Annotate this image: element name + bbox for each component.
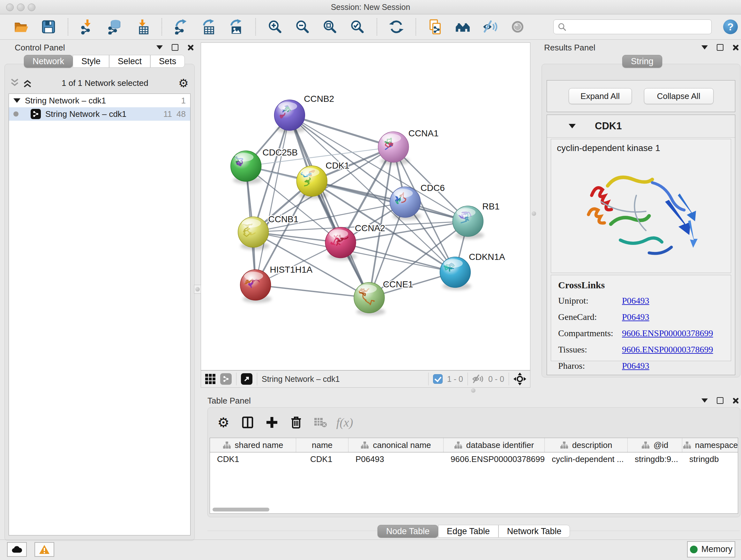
cell-name[interactable]: CDK1 [296, 452, 348, 466]
crosslink-compartments-link[interactable]: 9606.ENSP00000378699 [622, 328, 713, 338]
results-panel-close-icon[interactable] [732, 44, 739, 51]
zoom-in-button[interactable] [267, 18, 283, 35]
import-table-button[interactable] [134, 18, 151, 35]
delete-table-icon[interactable] [313, 415, 328, 430]
column-header-description[interactable]: description [545, 438, 628, 452]
crosslink-tissues-link[interactable]: 9606.ENSP00000378699 [622, 345, 713, 355]
cell-canonical-name[interactable]: P06493 [348, 452, 444, 466]
tab-select[interactable]: Select [109, 55, 150, 68]
network-share-icon[interactable] [220, 373, 232, 385]
cell-shared-name[interactable]: CDK1 [210, 452, 296, 466]
control-panel-collapse-icon[interactable] [156, 45, 163, 50]
column-header-namespace[interactable]: namespace [682, 438, 738, 452]
network-tree-child-row[interactable]: String Network – cdk1 11 48 [9, 107, 190, 121]
import-network-from-database-button[interactable] [107, 18, 123, 35]
column-header-id[interactable]: @id [628, 438, 682, 452]
column-header-shared-name[interactable]: shared name [210, 438, 296, 452]
crosslink-genecard-link[interactable]: P06493 [622, 312, 650, 322]
export-network-button[interactable] [173, 18, 190, 35]
table-panel-collapse-icon[interactable] [701, 398, 708, 402]
selected-items-checkbox[interactable] [433, 374, 443, 384]
column-header-canonical-name[interactable]: canonical name [348, 438, 444, 452]
table-row[interactable]: CDK1 CDK1 P06493 9606.ENSP00000378699 cy… [210, 452, 738, 466]
main-toolbar: ? [0, 14, 741, 40]
result-entry-header[interactable]: CDK1 [547, 115, 735, 138]
function-builder-icon[interactable]: f(x) [337, 415, 352, 430]
search-input[interactable] [553, 19, 712, 34]
table-panel-float-icon[interactable] [717, 397, 724, 404]
node-label: CCNB1 [268, 214, 299, 224]
title-bar: Session: New Session [0, 0, 741, 14]
collapse-all-button[interactable]: Collapse All [644, 88, 714, 104]
cloud-status-button[interactable] [7, 542, 27, 557]
warning-icon [39, 545, 50, 554]
tab-network-table[interactable]: Network Table [498, 525, 570, 538]
table-horizontal-scrollbar[interactable] [212, 508, 269, 511]
clone-network-button[interactable] [427, 18, 444, 35]
tab-style[interactable]: Style [73, 55, 109, 68]
results-panel-collapse-icon[interactable] [701, 45, 708, 50]
delete-column-trash-icon[interactable] [289, 415, 304, 430]
cell-id[interactable]: stringdb:9... [628, 452, 682, 466]
control-panel-float-icon[interactable] [172, 44, 179, 51]
grid-view-icon[interactable] [205, 374, 216, 384]
zoom-in-icon [267, 19, 283, 35]
bottom-splitter-handle[interactable] [471, 388, 475, 393]
tab-edge-table[interactable]: Edge Table [438, 525, 498, 538]
cell-database-identifier[interactable]: 9606.ENSP00000378699 [444, 452, 545, 466]
hide-selected-button[interactable] [482, 18, 498, 35]
birdseye-view-icon[interactable] [241, 373, 253, 385]
control-panel-close-icon[interactable] [187, 44, 194, 51]
crosslink-pharos-link[interactable]: P06493 [622, 361, 650, 371]
cell-description[interactable]: cyclin-dependent ... [545, 452, 628, 466]
table-options-gear-icon[interactable]: ⚙ [216, 415, 231, 430]
import-network-from-file-button[interactable] [79, 18, 96, 35]
zoom-selected-button[interactable] [349, 18, 366, 35]
refresh-icon [389, 19, 404, 35]
collapse-all-icon[interactable] [10, 78, 19, 88]
network-options-gear-icon[interactable]: ⚙ [179, 77, 189, 90]
memory-label: Memory [701, 544, 733, 554]
show-columns-icon[interactable] [240, 415, 255, 430]
warning-status-button[interactable] [35, 542, 54, 557]
zoom-fit-button[interactable] [322, 18, 338, 35]
toolbar-separator [255, 18, 256, 36]
apply-layout-button[interactable] [388, 18, 405, 35]
column-header-name[interactable]: name [296, 438, 348, 452]
tab-sets[interactable]: Sets [150, 55, 185, 68]
node-label: RB1 [482, 201, 499, 211]
expand-all-icon[interactable] [23, 78, 31, 88]
export-table-button[interactable] [200, 18, 217, 35]
tab-network[interactable]: Network [24, 55, 73, 68]
column-header-database-identifier[interactable]: database identifier [444, 438, 545, 452]
network-collection-label: String Network – cdk1 [25, 96, 106, 106]
first-neighbors-button[interactable] [455, 18, 471, 35]
results-panel-float-icon[interactable] [717, 44, 724, 51]
memory-status-button[interactable]: Memory [687, 541, 735, 557]
tree-expander-icon[interactable] [13, 98, 20, 103]
pan-crosshair-icon[interactable] [514, 373, 526, 385]
export-image-button[interactable] [228, 18, 245, 35]
zoom-out-button[interactable] [294, 18, 311, 35]
left-splitter-handle[interactable] [194, 285, 201, 294]
entry-expander-icon[interactable] [569, 124, 576, 128]
help-button[interactable]: ? [723, 19, 738, 34]
current-network-name: String Network – cdk1 [262, 374, 340, 384]
cell-namespace[interactable]: stringdb [682, 452, 738, 466]
add-column-icon[interactable] [265, 415, 279, 430]
tab-string[interactable]: String [622, 55, 662, 68]
network-canvas[interactable]: CCNB2CCNA1CDC25BCDK1CDC6RB1CCNB1CCNA2CDK… [201, 43, 530, 370]
network-tree-root-row[interactable]: String Network – cdk1 1 [9, 94, 190, 107]
crosslink-uniprot-link[interactable]: P06493 [622, 296, 650, 306]
tab-node-table[interactable]: Node Table [378, 525, 438, 538]
show-all-button[interactable] [509, 18, 526, 35]
network-graph[interactable]: CCNB2CCNA1CDC25BCDK1CDC6RB1CCNB1CCNA2CDK… [201, 43, 530, 370]
gene-description: cyclin-dependent kinase 1 [551, 139, 731, 157]
open-session-button[interactable] [13, 18, 29, 35]
results-panel: Expand All Collapse All CDK1 cyclin-depe… [542, 64, 740, 377]
expand-all-button[interactable]: Expand All [569, 88, 632, 104]
crosslink-label: Compartments: [558, 328, 622, 338]
save-session-button[interactable] [40, 18, 57, 35]
table-panel-close-icon[interactable] [732, 397, 739, 404]
right-splitter-handle[interactable] [531, 209, 537, 218]
